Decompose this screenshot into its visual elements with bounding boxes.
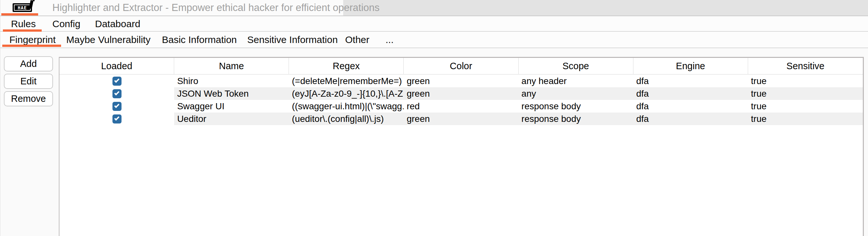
cell-loaded (59, 87, 174, 100)
rules-panel: Add Edit Remove Loaded Name Regex Color … (0, 48, 868, 236)
check-icon (114, 102, 119, 108)
cell-sensitive: true (748, 87, 863, 100)
cell-loaded (59, 75, 174, 87)
tab-databoard[interactable]: Databoard (95, 17, 140, 31)
add-button[interactable]: Add (4, 56, 53, 71)
table-row[interactable]: Shiro (=deleteMe|rememberMe=) green any … (59, 75, 863, 87)
loaded-checkbox[interactable] (113, 77, 122, 86)
primary-tab-bar: Rules Config Databoard (0, 17, 868, 32)
cell-regex: ((swagger-ui.html)|(\"swagg... (289, 100, 404, 113)
cell-name: Swagger UI (174, 100, 289, 113)
rules-table: Loaded Name Regex Color Scope Engine Sen… (59, 57, 864, 236)
tab-maybe-vulnerability[interactable]: Maybe Vulnerability (66, 32, 151, 48)
cell-name: Ueditor (174, 113, 289, 125)
cell-sensitive: true (748, 113, 863, 125)
active-tab-underline (1, 13, 38, 16)
column-header-loaded[interactable]: Loaded (59, 58, 174, 74)
cell-name: Shiro (174, 75, 289, 87)
cell-color: green (404, 87, 518, 100)
active-tab-underline (2, 45, 61, 47)
loaded-checkbox[interactable] (113, 89, 122, 98)
cell-color: green (404, 75, 518, 87)
tab-basic-information[interactable]: Basic Information (162, 32, 237, 48)
tab-sensitive-information[interactable]: Sensitive Information (247, 32, 338, 48)
cell-loaded (59, 113, 174, 125)
cell-scope: response body (519, 100, 633, 113)
cell-regex: (=deleteMe|rememberMe=) (289, 75, 404, 87)
hae-logo-icon: HAE (12, 3, 32, 12)
check-icon (114, 115, 119, 120)
check-icon (114, 77, 119, 83)
secondary-tab-bar: Fingerprint Maybe Vulnerability Basic In… (0, 32, 868, 48)
column-header-scope[interactable]: Scope (519, 58, 633, 74)
cell-scope: response body (519, 113, 633, 125)
cell-color: red (404, 100, 518, 113)
extension-title: Highlighter and Extractor - Empower ethi… (52, 0, 380, 16)
table-row[interactable]: Swagger UI ((swagger-ui.html)|(\"swagg..… (59, 100, 863, 113)
cell-engine: dfa (633, 113, 748, 125)
loaded-checkbox[interactable] (113, 102, 122, 111)
extension-tab[interactable]: HAE Highlighter and Extractor - Empower … (0, 0, 343, 16)
column-header-regex[interactable]: Regex (289, 58, 404, 74)
tab-config[interactable]: Config (52, 17, 81, 31)
cell-engine: dfa (633, 75, 748, 87)
check-icon (114, 90, 119, 95)
column-header-engine[interactable]: Engine (633, 58, 748, 74)
pixel-decoration (33, 0, 35, 1)
column-header-name[interactable]: Name (174, 58, 289, 74)
cell-scope: any (519, 87, 633, 100)
cell-sensitive: true (748, 100, 863, 113)
cell-color: green (404, 113, 518, 125)
tab-rules[interactable]: Rules (11, 17, 36, 31)
titlebar: HAE Highlighter and Extractor - Empower … (0, 0, 868, 16)
cell-regex: (eyJ[A-Za-z0-9_-]{10,}\.[A-Z... (289, 87, 404, 100)
cell-engine: dfa (633, 100, 748, 113)
table-row[interactable]: Ueditor (ueditor\.(config|all)\.js) gree… (59, 113, 863, 125)
cell-regex: (ueditor\.(config|all)\.js) (289, 113, 404, 125)
pen-icon (29, 0, 33, 9)
column-header-color[interactable]: Color (404, 58, 518, 74)
cell-name: JSON Web Token (174, 87, 289, 100)
cell-scope: any header (519, 75, 633, 87)
table-row[interactable]: JSON Web Token (eyJ[A-Za-z0-9_-]{10,}\.[… (59, 87, 863, 100)
table-header: Loaded Name Regex Color Scope Engine Sen… (59, 58, 863, 75)
hae-logo-text: HAE (14, 4, 31, 11)
tab-other[interactable]: Other (345, 32, 369, 48)
column-header-sensitive[interactable]: Sensitive (748, 58, 863, 74)
cell-engine: dfa (633, 87, 748, 100)
active-tab-underline (3, 29, 42, 32)
cell-loaded (59, 100, 174, 113)
edit-button[interactable]: Edit (4, 74, 53, 89)
remove-button[interactable]: Remove (4, 91, 53, 106)
loaded-checkbox[interactable] (113, 114, 122, 123)
cell-sensitive: true (748, 75, 863, 87)
tab-more[interactable]: ... (385, 32, 394, 48)
